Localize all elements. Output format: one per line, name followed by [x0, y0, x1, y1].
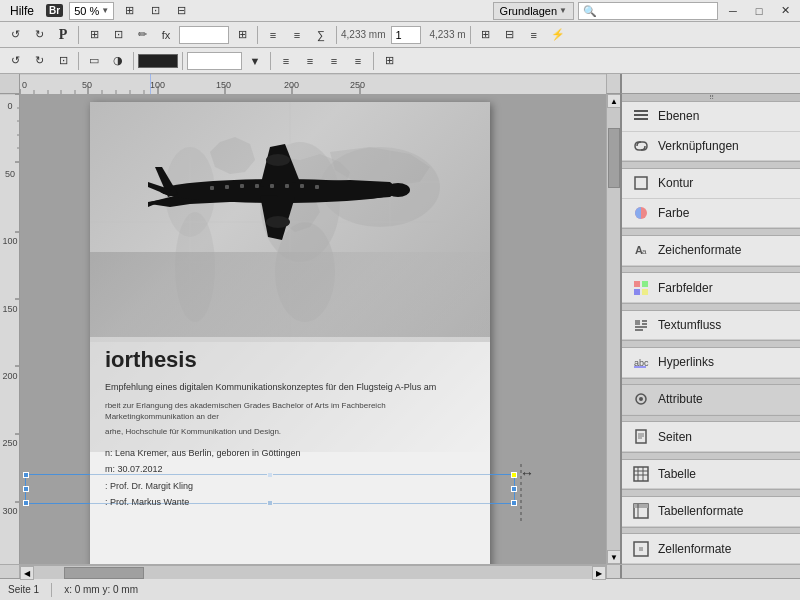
panel-item-zellenformate[interactable]: Zellenformate [622, 534, 800, 564]
handle-tr[interactable] [511, 472, 517, 478]
doc-supervisor2: : Prof. Markus Wante [105, 494, 475, 510]
sep2 [257, 26, 258, 44]
divider-1 [622, 161, 800, 169]
tool-7[interactable]: ⊟ [499, 24, 521, 46]
align-center[interactable]: ≡ [286, 24, 308, 46]
align-left[interactable]: ≡ [262, 24, 284, 46]
panel-item-kontur[interactable]: Kontur [622, 169, 800, 199]
h-scroll-right-btn[interactable]: ▶ [592, 566, 606, 580]
panel-item-farbe[interactable]: Farbe [622, 199, 800, 229]
h-scroll-thumb[interactable] [64, 567, 144, 579]
swatches-icon [632, 279, 650, 297]
scroll-up-btn[interactable]: ▲ [607, 94, 621, 108]
tool-3[interactable]: fx [155, 24, 177, 46]
status-bar: Seite 1 x: 0 mm y: 0 mm [0, 578, 800, 600]
w-input[interactable] [391, 26, 421, 44]
tool-5[interactable]: ∑ [310, 24, 332, 46]
type-tool[interactable]: P [52, 24, 74, 46]
panel-item-farbfelder[interactable]: Farbfelder [622, 273, 800, 303]
align-j[interactable]: ≡ [347, 50, 369, 72]
w-value[interactable] [395, 29, 417, 41]
zoom-arrow: ▼ [101, 6, 109, 15]
vertical-scrollbar[interactable]: ▲ ▼ [606, 94, 620, 564]
h-scroll-track[interactable] [34, 566, 592, 579]
sep7 [182, 52, 183, 70]
handle-tl[interactable] [23, 472, 29, 478]
pencil-tool[interactable]: ✏ [131, 24, 153, 46]
divider-7 [622, 415, 800, 423]
horizontal-scrollbar[interactable]: ◀ ▶ [20, 565, 606, 579]
undo-btn[interactable]: ↺ [4, 24, 26, 46]
kontur-label: Kontur [658, 176, 693, 190]
panel-item-textumfluss[interactable]: Textumfluss [622, 311, 800, 341]
tool-4[interactable]: ⊞ [231, 24, 253, 46]
zoom-dd[interactable]: ▼ [244, 50, 266, 72]
tool-8[interactable]: ≡ [523, 24, 545, 46]
layout-btn-1[interactable]: ⊞ [118, 0, 140, 22]
align-c[interactable]: ≡ [299, 50, 321, 72]
panel-item-tabelle[interactable]: Tabelle [622, 460, 800, 490]
sep6 [133, 52, 134, 70]
handle-ml[interactable] [23, 486, 29, 492]
zoom-value-input[interactable]: 100 % [191, 55, 237, 67]
panel-item-seiten[interactable]: Seiten [622, 422, 800, 452]
tool-6[interactable]: ⊞ [475, 24, 497, 46]
workspace-selector[interactable]: Grundlagen ▼ [493, 2, 574, 20]
scroll-thumb[interactable] [608, 128, 620, 188]
restore-btn[interactable]: □ [748, 0, 770, 22]
lightning-btn[interactable]: ⚡ [547, 24, 569, 46]
panel-item-zeichenformate[interactable]: Aa Zeichenformate [622, 236, 800, 266]
align-r[interactable]: ≡ [323, 50, 345, 72]
scroll-down-btn[interactable]: ▼ [607, 550, 621, 564]
svg-rect-56 [270, 184, 274, 188]
search-box[interactable] [578, 2, 718, 20]
tool-2[interactable]: ⊡ [107, 24, 129, 46]
search-input[interactable] [583, 5, 713, 17]
svg-rect-71 [642, 281, 648, 287]
menu-hilfe[interactable]: Hilfe [4, 2, 40, 20]
panel-item-hyperlinks[interactable]: abc Hyperlinks [622, 348, 800, 378]
table-style-icon [632, 502, 650, 520]
h-scroll-left-btn[interactable]: ◀ [20, 566, 34, 580]
svg-rect-93 [634, 504, 648, 508]
svg-rect-87 [634, 467, 648, 481]
layout-btn-2[interactable]: ⊡ [144, 0, 166, 22]
tool-r2[interactable]: ↻ [28, 50, 50, 72]
redo-btn[interactable]: ↻ [28, 24, 50, 46]
tool-1[interactable]: ⊞ [83, 24, 105, 46]
fill-tool[interactable]: ◑ [107, 50, 129, 72]
ruler-corner [0, 74, 20, 94]
close-btn[interactable]: ✕ [774, 0, 796, 22]
panel-item-attribute[interactable]: Attribute [622, 385, 800, 415]
wrap-tool[interactable]: ⊞ [378, 50, 400, 72]
panel-item-verknuepfungen[interactable]: Verknüpfungen [622, 132, 800, 162]
scroll-track[interactable] [607, 108, 620, 550]
handle-bl[interactable] [23, 500, 29, 506]
divider-5 [622, 340, 800, 348]
panel-item-ebenen[interactable]: Ebenen [622, 102, 800, 132]
farbe-label: Farbe [658, 206, 689, 220]
zoom-selector[interactable]: 50 % ▼ [69, 2, 114, 20]
minimize-btn[interactable]: ─ [722, 0, 744, 22]
svg-text:50: 50 [5, 169, 15, 179]
panel-collapse-top[interactable] [622, 94, 800, 102]
svg-point-82 [639, 397, 643, 401]
align-l[interactable]: ≡ [275, 50, 297, 72]
color-swatch[interactable] [138, 54, 178, 68]
panel-item-tabellenformate[interactable]: Tabellenformate [622, 497, 800, 527]
layout-btn-3[interactable]: ⊟ [170, 0, 192, 22]
canvas-container[interactable]: iorthesis Empfehlung eines digitalen Kom… [20, 94, 606, 564]
pt-input[interactable]: 0 Pt [179, 26, 229, 44]
handle-br[interactable] [511, 500, 517, 506]
tool-r1[interactable]: ↺ [4, 50, 26, 72]
tool-r3[interactable]: ⊡ [52, 50, 74, 72]
ruler-corner-right [606, 74, 620, 94]
doc-date: m: 30.07.2012 [105, 461, 475, 477]
svg-rect-73 [642, 289, 648, 295]
doc-author: n: Lena Kremer, aus Berlin, geboren in G… [105, 445, 475, 461]
handle-mr[interactable] [511, 486, 517, 492]
stroke-tool[interactable]: ▭ [83, 50, 105, 72]
zoom-input[interactable]: 100 % [187, 52, 242, 70]
attribute-label: Attribute [658, 392, 703, 406]
pt-value[interactable]: 0 Pt [183, 29, 223, 41]
